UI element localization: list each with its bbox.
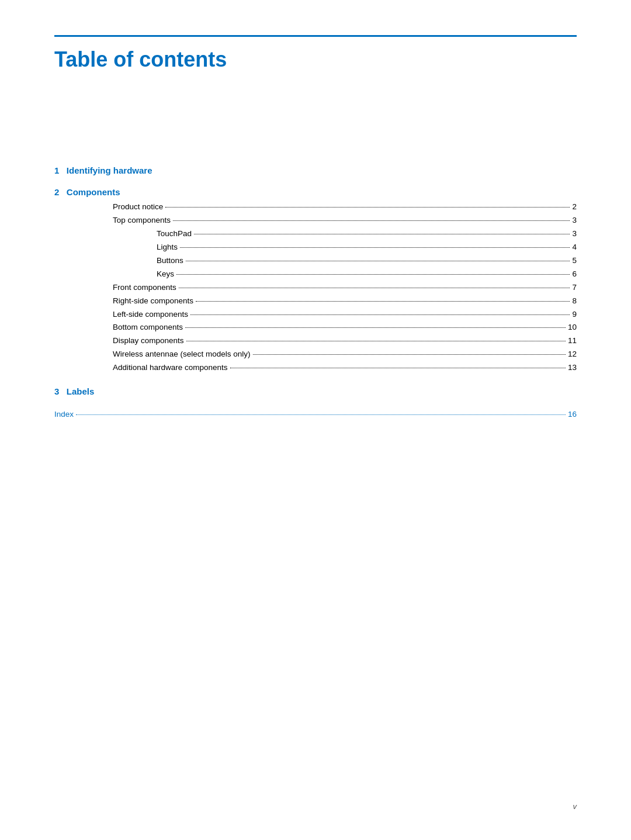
entry-text: Bottom components: [113, 321, 183, 334]
entry-page: 9: [572, 308, 577, 322]
entry-page: 6: [572, 268, 577, 281]
entry-dots: [230, 368, 566, 368]
toc-entry-bottom-components: Bottom components 10: [54, 321, 577, 334]
section-2-label: Components: [67, 187, 120, 197]
index-page: 16: [568, 408, 577, 421]
entry-dots: [186, 261, 570, 261]
entry-text: Wireless antennae (select models only): [113, 348, 251, 361]
page-title: Table of contents: [54, 47, 577, 72]
entry-page: 11: [568, 334, 577, 348]
entry-dots: [165, 207, 570, 208]
entry-page: 8: [572, 295, 577, 308]
entry-dots: [190, 314, 570, 315]
entry-page: 10: [568, 321, 577, 334]
entry-text: Buttons: [157, 254, 183, 268]
entry-text: Front components: [113, 281, 176, 295]
entry-page: 7: [572, 281, 577, 295]
toc-entry-touchpad: TouchPad 3: [54, 227, 577, 241]
entry-text: Top components: [113, 214, 171, 227]
toc-section-1: 1 Identifying hardware: [54, 165, 577, 175]
section-2-number: 2: [54, 187, 59, 197]
section-3-heading: 3 Labels: [54, 386, 577, 396]
entry-page: 2: [572, 201, 577, 214]
entry-dots: [253, 354, 566, 355]
page-footer: v: [573, 802, 577, 811]
toc-entry-wireless-antennae: Wireless antennae (select models only) 1…: [54, 348, 577, 361]
index-entry: Index 16: [54, 408, 577, 421]
toc-entry-lights: Lights 4: [54, 241, 577, 254]
entry-page: 5: [572, 254, 577, 268]
section-3-number: 3: [54, 386, 59, 396]
entry-dots: [196, 301, 570, 302]
entry-dots: [194, 234, 570, 234]
page: Table of contents 1 Identifying hardware…: [0, 0, 631, 840]
entry-dots: [185, 327, 566, 328]
section-1-heading: 1 Identifying hardware: [54, 165, 577, 175]
entry-dots: [180, 247, 570, 248]
toc-entries-section-2: Product notice 2 Top components 3 TouchP…: [54, 201, 577, 375]
entry-page: 3: [572, 214, 577, 227]
entry-text: Lights: [157, 241, 178, 254]
entry-dots: [179, 288, 570, 288]
entry-text: Display components: [113, 334, 184, 348]
toc-entry-additional-hardware: Additional hardware components 13: [54, 361, 577, 375]
toc-entry-left-side-components: Left-side components 9: [54, 308, 577, 322]
index-text: Index: [54, 408, 74, 421]
entry-text: Keys: [157, 268, 174, 281]
toc-entry-top-components: Top components 3: [54, 214, 577, 227]
toc-section-2: 2 Components Product notice 2 Top compon…: [54, 187, 577, 375]
entry-text: Right-side components: [113, 295, 193, 308]
entry-dots: [186, 341, 566, 341]
toc-entry-keys: Keys 6: [54, 268, 577, 281]
entry-page: 3: [572, 227, 577, 241]
toc-entry-front-components: Front components 7: [54, 281, 577, 295]
entry-page: 13: [568, 361, 577, 375]
entry-text: Additional hardware components: [113, 361, 228, 375]
entry-text: Left-side components: [113, 308, 188, 322]
section-1-number: 1: [54, 165, 59, 175]
toc-entry-right-side-components: Right-side components 8: [54, 295, 577, 308]
toc-entry-display-components: Display components 11: [54, 334, 577, 348]
entry-text: TouchPad: [157, 227, 192, 241]
section-2-heading: 2 Components: [54, 187, 577, 197]
toc-entry-product-notice: Product notice 2: [54, 201, 577, 214]
toc-entry-buttons: Buttons 5: [54, 254, 577, 268]
section-1-label: Identifying hardware: [67, 165, 152, 175]
entry-text: Product notice: [113, 201, 163, 214]
entry-dots: [173, 220, 570, 221]
entry-dots: [176, 274, 570, 275]
top-rule: [54, 35, 577, 37]
toc-section-3: 3 Labels: [54, 386, 577, 396]
entry-page: 4: [572, 241, 577, 254]
section-3-label: Labels: [67, 386, 95, 396]
entry-page: 12: [568, 348, 577, 361]
index-dots: [76, 414, 566, 415]
